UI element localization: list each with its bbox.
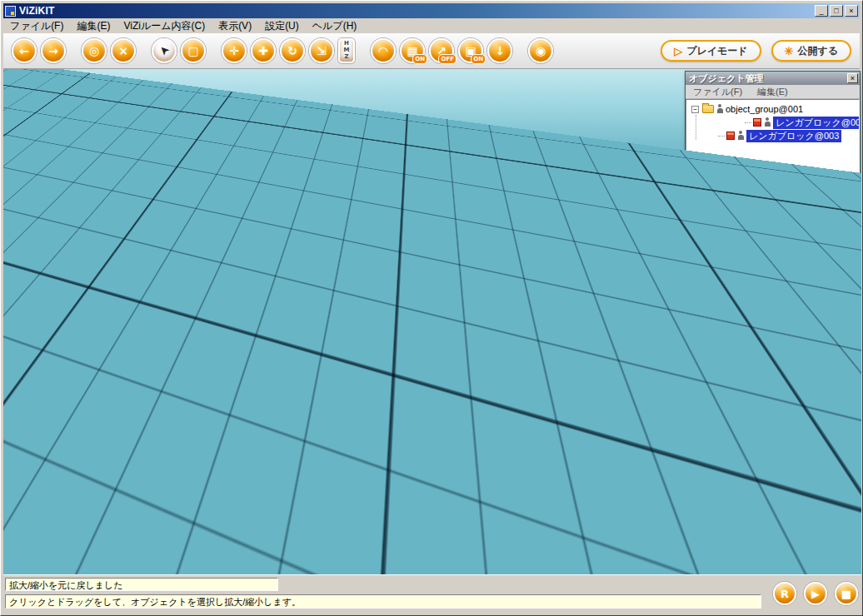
back-icon: ← (19, 44, 29, 57)
scene-box[interactable] (207, 251, 227, 269)
panel-menu-file[interactable]: ファイル(F) (686, 86, 750, 98)
remove-object-button[interactable]: × (836, 504, 854, 521)
move-button[interactable]: ✚ (251, 38, 276, 63)
menu-view[interactable]: 表示(V) (212, 18, 258, 34)
menu-help[interactable]: ヘルプ(H) (306, 18, 364, 34)
world-button[interactable]: ◎ (82, 38, 107, 63)
3d-viewport[interactable]: オブジェクト管理 × ファイル(F) 編集(E) − object_group@… (3, 69, 861, 576)
screenshot-button[interactable]: ◉ (528, 38, 553, 63)
tree-row: レンガブロック@003 (686, 129, 859, 142)
person-icon (737, 131, 744, 141)
scene-box[interactable] (342, 273, 363, 291)
scale-button[interactable]: ⇲ (309, 38, 334, 63)
move-icon: ✚ (258, 44, 268, 57)
view-angle-icon: ◠ (379, 44, 388, 57)
toolbar: ←→◎×➤▢✛✚↻⇲H M Z◠▦ON↗OFF▣ON↓◉ ▷ プレイモード ✳ … (3, 33, 860, 69)
select-button[interactable]: ➤ (152, 38, 177, 63)
play-button[interactable]: ▶ (804, 582, 827, 605)
edit-object-button[interactable]: ✎ (801, 504, 819, 521)
scene-box[interactable] (422, 315, 446, 334)
delete-button[interactable]: × (111, 38, 136, 63)
reload-icon: ↻ (824, 508, 831, 517)
reset-button[interactable]: R (773, 582, 796, 605)
new-object-icon: ❏ (789, 508, 796, 517)
download-icon: ↓ (495, 44, 505, 57)
play-mode-label: プレイモード (686, 44, 747, 58)
brick-block-icon (753, 118, 761, 127)
tree-item-brick-1[interactable]: レンガブロック@002 (773, 117, 860, 129)
folder-icon (702, 105, 714, 113)
snap-toggle-button[interactable]: ▣ON (458, 38, 483, 63)
download-button[interactable]: ↓ (487, 38, 512, 63)
app-window: ViZiKIT _ □ × ファイル(F) 編集(E) ViZiルーム内容(C)… (0, 0, 863, 616)
remove-object-icon: × (841, 508, 848, 517)
hmz-icon: H M Z (344, 41, 350, 60)
scene-box[interactable] (381, 282, 402, 300)
minimize-button[interactable]: _ (815, 5, 828, 17)
tree-item-brick-2[interactable]: レンガブロック@003 (746, 130, 841, 142)
panel-menu-edit[interactable]: 編集(E) (750, 86, 796, 98)
person-icon (764, 117, 771, 127)
back-button[interactable]: ← (12, 38, 37, 63)
select-area-icon: ▢ (187, 44, 198, 57)
object-manager-panel: オブジェクト管理 × ファイル(F) 編集(E) − object_group@… (685, 71, 861, 524)
status-bar: 拡大/縮小を元に戻しました クリックとドラッグをして、オブジェクトを選択し拡大/… (3, 574, 861, 613)
play-mode-icon: ▷ (674, 45, 682, 57)
jump-toggle-button[interactable]: ↗OFF (429, 38, 454, 63)
play-icon: ▶ (811, 588, 820, 600)
tree-row: レンガブロック@002 (686, 116, 859, 129)
new-object-button[interactable]: ❏ (784, 504, 801, 521)
edit-object-icon: ✎ (806, 508, 813, 517)
menu-edit[interactable]: 編集(E) (70, 18, 117, 34)
stop-button[interactable]: ■ (835, 582, 858, 605)
menu-file[interactable]: ファイル(F) (3, 18, 70, 34)
hmz-button[interactable]: H M Z (338, 38, 355, 63)
view-angle-button[interactable]: ◠ (371, 38, 396, 63)
scene-box[interactable] (59, 315, 82, 333)
select-area-button[interactable]: ▢ (181, 38, 206, 63)
menu-bar: ファイル(F) 編集(E) ViZiルーム内容(C) 表示(V) 設定(U) ヘ… (3, 18, 860, 33)
select-icon: ➤ (156, 42, 172, 59)
panel-footer: ❏✎↻× (686, 501, 860, 523)
grid-toggle-button[interactable]: ▦ON (400, 38, 425, 63)
scene-box[interactable] (525, 364, 551, 385)
app-icon (5, 6, 16, 17)
scene-box[interactable] (141, 289, 162, 306)
status-message-1: 拡大/縮小を元に戻しました (5, 578, 278, 591)
toggle-badge: ON (471, 54, 486, 64)
publish-icon: ✳ (785, 45, 794, 57)
tree-expander[interactable]: − (691, 106, 699, 113)
panel-title: オブジェクト管理 (689, 72, 847, 85)
scene-box[interactable] (307, 246, 327, 262)
delete-icon: × (118, 44, 128, 57)
close-button[interactable]: × (845, 5, 858, 17)
publish-button[interactable]: ✳ 公開する (771, 40, 851, 62)
reset-icon: R (781, 588, 789, 600)
z-axis (287, 213, 367, 246)
panel-title-bar: オブジェクト管理 × (686, 72, 860, 85)
panel-close-button[interactable]: × (847, 73, 858, 83)
object-tree: − object_group@001 レンガブロック@002 レンガブロック@0… (686, 99, 860, 501)
publish-label: 公開する (797, 44, 838, 58)
toggle-badge: ON (412, 54, 427, 64)
brick-block-icon (726, 132, 735, 140)
scene-box[interactable] (471, 327, 495, 347)
scale-icon: ⇲ (317, 44, 327, 57)
tree-item-object-group[interactable]: object_group@001 (726, 104, 803, 114)
rotate-icon: ↻ (287, 44, 297, 57)
world-icon: ◎ (89, 44, 99, 57)
forward-button[interactable]: → (41, 38, 66, 63)
reload-button[interactable]: ↻ (819, 504, 836, 521)
scene-box[interactable] (244, 215, 263, 231)
toggle-badge: OFF (438, 54, 456, 64)
maximize-button[interactable]: □ (830, 5, 843, 17)
person-icon (716, 104, 723, 114)
rotate-button[interactable]: ↻ (280, 38, 305, 63)
forward-icon: → (48, 44, 58, 57)
pan-icon: ✛ (229, 44, 239, 57)
menu-vizi-room[interactable]: ViZiルーム内容(C) (117, 18, 212, 34)
pan-button[interactable]: ✛ (222, 38, 247, 63)
selected-scene-box[interactable] (275, 236, 297, 255)
menu-settings[interactable]: 設定(U) (258, 18, 306, 34)
play-mode-button[interactable]: ▷ プレイモード (661, 40, 761, 62)
